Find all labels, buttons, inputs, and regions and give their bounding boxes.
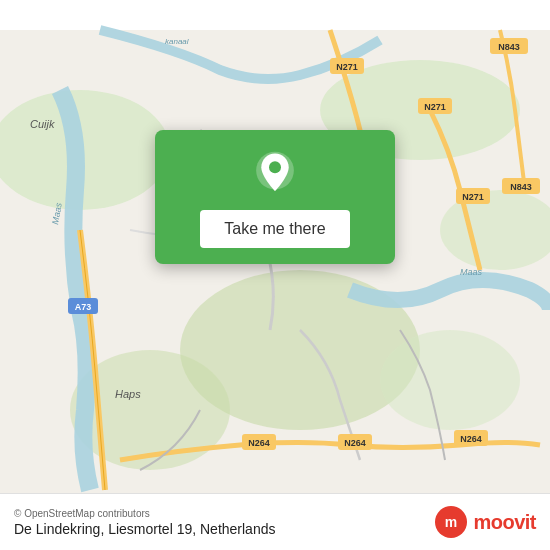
svg-text:N264: N264 bbox=[248, 438, 270, 448]
svg-text:N264: N264 bbox=[344, 438, 366, 448]
bottom-info: © OpenStreetMap contributors De Lindekri… bbox=[14, 508, 275, 537]
svg-text:m: m bbox=[445, 514, 457, 530]
svg-text:N271: N271 bbox=[336, 62, 358, 72]
svg-text:kanaal: kanaal bbox=[165, 37, 189, 46]
moovit-logo-icon: m bbox=[433, 504, 469, 540]
svg-text:A73: A73 bbox=[75, 302, 92, 312]
moovit-brand-text: moovit bbox=[473, 511, 536, 534]
svg-text:N271: N271 bbox=[462, 192, 484, 202]
take-me-there-button[interactable]: Take me there bbox=[200, 210, 349, 248]
copyright-text: © OpenStreetMap contributors bbox=[14, 508, 275, 519]
map-svg: A73 N271 N271 N271 N843 N843 N264 N264 N… bbox=[0, 0, 550, 550]
svg-text:N843: N843 bbox=[510, 182, 532, 192]
svg-text:N843: N843 bbox=[498, 42, 520, 52]
svg-point-5 bbox=[380, 330, 520, 430]
svg-point-31 bbox=[269, 161, 281, 173]
map-container: A73 N271 N271 N271 N843 N843 N264 N264 N… bbox=[0, 0, 550, 550]
svg-text:Cuijk: Cuijk bbox=[30, 118, 55, 130]
bottom-bar: © OpenStreetMap contributors De Lindekri… bbox=[0, 493, 550, 550]
svg-text:N271: N271 bbox=[424, 102, 446, 112]
location-card[interactable]: Take me there bbox=[155, 130, 395, 264]
address-text: De Lindekring, Liesmortel 19, Netherland… bbox=[14, 521, 275, 537]
svg-text:N264: N264 bbox=[460, 434, 482, 444]
location-pin-icon bbox=[251, 150, 299, 198]
moovit-logo: m moovit bbox=[433, 504, 536, 540]
svg-text:Maas: Maas bbox=[460, 267, 483, 277]
svg-text:Haps: Haps bbox=[115, 388, 141, 400]
